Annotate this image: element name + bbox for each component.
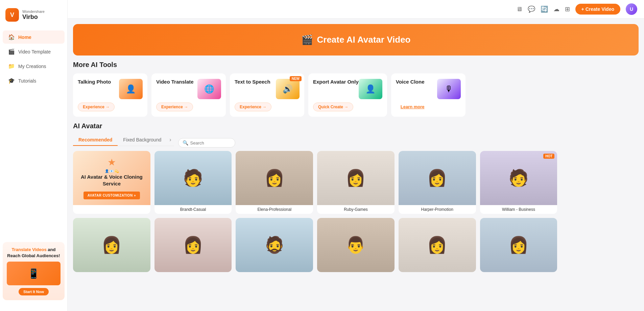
avatar-r2-4-img: 👨 <box>317 218 395 272</box>
tool-card-top: Video Translate 🌐 <box>156 79 221 99</box>
tool-talking-photo-btn[interactable]: Experience → <box>78 103 115 111</box>
create-video-button[interactable]: + Create Video <box>575 4 620 15</box>
tool-voice-clone-img: 🎙 <box>437 79 461 99</box>
tab-recommended[interactable]: Recommended <box>73 134 118 146</box>
sidebar-item-video-template[interactable]: 🎬 Video Template <box>3 45 65 58</box>
avatar-ruby-img: 👩 <box>317 151 395 205</box>
avatar-grid-row2: 👩 👩 🧔 👨 👩 👩 <box>73 218 639 272</box>
tool-card-top: Export Avatar Only 👤 <box>313 79 382 99</box>
avatar-card-harper[interactable]: 👩 Harper-Promotion <box>399 151 476 214</box>
tool-card-talking-photo[interactable]: Talking Photo 👤 Experience → <box>73 73 147 117</box>
video-template-icon: 🎬 <box>8 48 15 55</box>
ai-avatar-title: AI Avatar <box>73 122 639 130</box>
avatar-harper-name: Harper-Promotion <box>399 205 476 214</box>
tool-card-video-translate[interactable]: Video Translate 🌐 Experience → <box>151 73 226 117</box>
banner-title: Translate Videos and Reach Global Audien… <box>7 247 61 259</box>
sidebar-item-tutorials[interactable]: 🎓 Tutorials <box>3 74 65 87</box>
user-avatar[interactable]: U <box>626 3 637 15</box>
tool-tts-btn[interactable]: Experience → <box>235 103 271 111</box>
avatar-elena-name: Elena-Professional <box>236 205 313 214</box>
hero-banner[interactable]: 🎬 Create AI Avatar Video <box>73 24 639 55</box>
tool-card-text-to-speech[interactable]: NEW Text to Speech 🔊 Experience → <box>230 73 304 117</box>
avatar-grid: ★ 👤 📧 💫 AI Avatar & Voice Cloning Servic… <box>73 151 639 214</box>
avatar-card-brandt[interactable]: 🧑 Brandt-Casual <box>154 151 232 214</box>
more-ai-tools-section: More AI Tools Talking Photo 👤 Experience… <box>68 61 644 122</box>
search-box: 🔍 <box>178 138 235 148</box>
refresh-icon[interactable]: 🔄 <box>541 5 548 13</box>
tool-talking-photo-img: 👤 <box>119 79 143 99</box>
avatar-promo-card[interactable]: ★ 👤 📧 💫 AI Avatar & Voice Cloning Servic… <box>73 151 150 214</box>
avatar-ruby-name: Ruby-Games <box>317 205 395 214</box>
tab-more-icon[interactable]: › <box>167 134 174 146</box>
tool-card-top: Text to Speech 🔊 <box>235 79 300 99</box>
avatar-william-img: 🧑 <box>480 151 557 205</box>
more-ai-tools-title: More AI Tools <box>73 61 639 69</box>
banner-start-button[interactable]: Start It Now <box>19 288 49 295</box>
promo-customize-btn[interactable]: AVATAR CUSTOMIZATION » <box>84 192 140 199</box>
ai-avatar-section: AI Avatar Recommended Fixed Background ›… <box>68 122 644 272</box>
avatar-card-elena[interactable]: 👩 Elena-Professional <box>236 151 313 214</box>
tutorials-icon: 🎓 <box>8 77 15 84</box>
logo-icon: V <box>5 8 19 22</box>
promo-icons: 👤 📧 💫 <box>105 169 119 173</box>
tool-voice-clone-name: Voice Clone <box>396 79 425 85</box>
avatar-card-ruby[interactable]: 👩 Ruby-Games <box>317 151 395 214</box>
cloud-icon[interactable]: ☁ <box>553 5 559 13</box>
main-content: 🖥 💬 🔄 ☁ ⊞ + Create Video U 🎬 Create AI A… <box>68 0 644 311</box>
avatar-card-r2-3[interactable]: 🧔 <box>236 218 313 272</box>
avatar-card-r2-6[interactable]: 👩 <box>480 218 557 272</box>
hero-icon: 🎬 <box>301 34 313 45</box>
ai-tools-grid: Talking Photo 👤 Experience → Video Trans… <box>73 73 639 117</box>
avatar-r2-3-img: 🧔 <box>236 218 313 272</box>
search-input[interactable] <box>190 140 231 146</box>
avatar-r2-6-img: 👩 <box>480 218 557 272</box>
tool-export-avatar-img: 👤 <box>359 79 382 99</box>
promo-image-area: ★ 👤 📧 💫 AI Avatar & Voice Cloning Servic… <box>73 151 150 205</box>
tool-tts-img: 🔊 <box>276 79 300 99</box>
search-icon: 🔍 <box>183 140 188 146</box>
hot-badge: HOT <box>543 154 554 159</box>
tool-card-top: Voice Clone 🎙 <box>396 79 461 99</box>
avatar-r2-2-img: 👩 <box>154 218 232 272</box>
sidebar-item-home-label: Home <box>18 35 31 40</box>
avatar-brandt-img: 🧑 <box>154 151 232 205</box>
avatar-card-william[interactable]: HOT 🧑 William - Business <box>480 151 557 214</box>
tool-video-translate-img: 🌐 <box>197 79 221 99</box>
tool-video-translate-btn[interactable]: Experience → <box>156 103 193 111</box>
tab-fixed-background[interactable]: Fixed Background <box>118 134 167 146</box>
header-icons: 🖥 💬 🔄 ☁ ⊞ <box>516 5 570 13</box>
tool-card-export-avatar[interactable]: Export Avatar Only 👤 Quick Create → <box>308 73 387 117</box>
avatar-r2-5-img: 👩 <box>399 218 476 272</box>
tool-card-voice-clone[interactable]: Voice Clone 🎙 Learn more <box>391 73 466 117</box>
avatar-elena-img: 👩 <box>236 151 313 205</box>
brand-name: Virbo <box>22 14 45 21</box>
banner-title-colored: Translate Videos <box>12 247 47 252</box>
chat-icon[interactable]: 💬 <box>528 5 535 13</box>
logo-text: Wondershare Virbo <box>22 9 45 21</box>
promo-title: AI Avatar & Voice Cloning Service <box>77 174 146 187</box>
grid-icon[interactable]: ⊞ <box>565 5 570 13</box>
avatar-card-r2-1[interactable]: 👩 <box>73 218 150 272</box>
banner-image: 📱 <box>7 262 61 285</box>
tool-talking-photo-name: Talking Photo <box>78 79 111 85</box>
avatar-card-r2-2[interactable]: 👩 <box>154 218 232 272</box>
avatar-tabs: Recommended Fixed Background › <box>73 134 174 146</box>
promo-star-icon: ★ <box>108 157 116 168</box>
top-header: 🖥 💬 🔄 ☁ ⊞ + Create Video U <box>68 0 644 19</box>
tool-video-translate-name: Video Translate <box>156 79 194 85</box>
avatar-r2-1-img: 👩 <box>73 218 150 272</box>
avatar-william-name: William - Business <box>480 205 557 214</box>
avatar-card-r2-5[interactable]: 👩 <box>399 218 476 272</box>
avatar-card-r2-4[interactable]: 👨 <box>317 218 395 272</box>
sidebar-item-home[interactable]: 🏠 Home <box>3 30 65 44</box>
new-badge: NEW <box>290 76 302 81</box>
sidebar-item-my-creations[interactable]: 📁 My Creations <box>3 60 65 73</box>
tool-voice-clone-btn[interactable]: Learn more <box>396 103 429 111</box>
monitor-icon[interactable]: 🖥 <box>516 6 522 13</box>
tabs-row: Recommended Fixed Background › 🔍 <box>73 134 639 151</box>
my-creations-icon: 📁 <box>8 63 15 69</box>
brand-company: Wondershare <box>22 9 45 14</box>
avatar-brandt-name: Brandt-Casual <box>154 205 232 214</box>
tool-export-avatar-btn[interactable]: Quick Create → <box>313 103 353 111</box>
sidebar: V Wondershare Virbo 🏠 Home 🎬 Video Templ… <box>0 0 68 311</box>
